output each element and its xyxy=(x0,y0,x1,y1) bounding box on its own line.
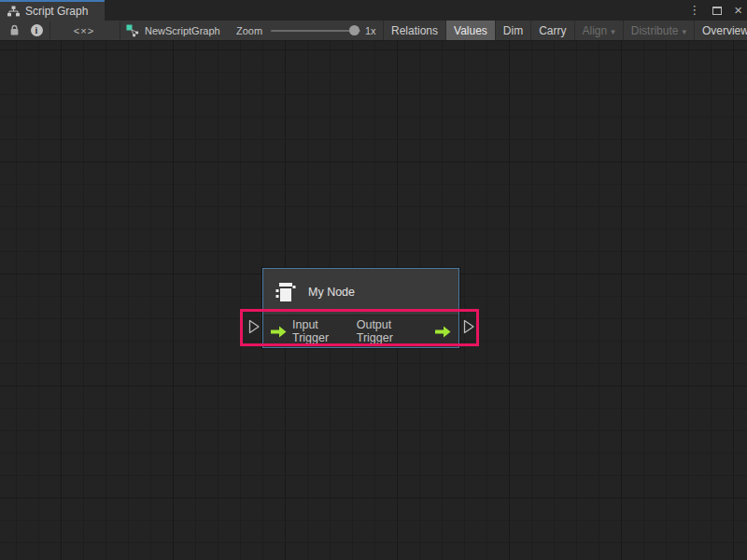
zoom-to-fit-button[interactable]: <×> xyxy=(50,21,118,40)
node-port-row: Input Trigger Output Trigger xyxy=(263,315,458,347)
input-connection-triangle-icon[interactable] xyxy=(248,319,261,334)
chevron-down-icon: ▾ xyxy=(611,27,615,36)
zoom-control: Zoom xyxy=(236,21,262,40)
script-graph-asset-icon xyxy=(126,24,139,37)
close-icon[interactable]: × xyxy=(734,0,742,21)
relations-button[interactable]: Relations xyxy=(383,21,445,40)
script-graph-window: { "tab_bar": { "active_tab": { "title": … xyxy=(0,0,747,560)
zoom-label: Zoom xyxy=(236,25,262,36)
output-port-label: Output Trigger xyxy=(357,318,430,344)
graph-asset[interactable]: NewScriptGraph xyxy=(126,21,220,40)
graph-canvas[interactable]: My Node Input Trigger Output Trigger xyxy=(0,41,747,560)
distribute-dropdown[interactable]: Distribute ▾ xyxy=(623,21,694,40)
window-controls: ⋮ × xyxy=(688,0,742,21)
carry-button[interactable]: Carry xyxy=(530,21,573,40)
info-icon: i xyxy=(31,24,43,36)
overview-button[interactable]: Overview xyxy=(694,21,747,40)
graph-name-label: NewScriptGraph xyxy=(145,25,220,36)
padlock-icon xyxy=(9,24,20,36)
unit-node-icon xyxy=(274,280,298,304)
input-trigger-port[interactable]: Input Trigger xyxy=(271,318,357,344)
node-title: My Node xyxy=(308,286,355,299)
align-dropdown[interactable]: Align ▾ xyxy=(574,21,623,40)
toolbar-button-group: Relations Values Dim Carry Align ▾ Distr… xyxy=(383,21,747,40)
maximize-icon[interactable] xyxy=(712,7,722,15)
values-button[interactable]: Values xyxy=(445,21,495,40)
output-connection-triangle-icon[interactable] xyxy=(463,319,475,334)
graph-hierarchy-icon xyxy=(7,6,20,17)
info-button[interactable]: i xyxy=(26,21,47,40)
input-port-label: Input Trigger xyxy=(292,318,357,344)
zoom-to-fit-icon: <×> xyxy=(74,25,94,36)
toolbar-separator xyxy=(120,21,120,39)
tab-title: Script Graph xyxy=(25,5,88,18)
graph-toolbar: i <×> NewScriptGraph Zoom 1x Relations V… xyxy=(0,21,747,41)
lock-button[interactable] xyxy=(4,21,24,40)
zoom-slider-track[interactable] xyxy=(271,30,360,32)
flow-arrow-icon xyxy=(435,326,451,338)
zoom-slider-handle[interactable] xyxy=(349,25,359,35)
dim-button[interactable]: Dim xyxy=(495,21,530,40)
tab-bar: Script Graph ⋮ × xyxy=(0,0,747,21)
output-trigger-port[interactable]: Output Trigger xyxy=(357,318,451,344)
tab-script-graph[interactable]: Script Graph xyxy=(0,0,105,21)
flow-arrow-icon xyxy=(271,326,287,338)
zoom-value: 1x xyxy=(365,25,376,36)
chevron-down-icon: ▾ xyxy=(682,27,686,36)
zoom-value-wrap: 1x xyxy=(365,21,376,40)
window-menu-icon[interactable]: ⋮ xyxy=(688,0,700,21)
node-my-node[interactable]: My Node Input Trigger Output Trigger xyxy=(262,268,459,348)
node-header[interactable]: My Node xyxy=(263,269,458,315)
